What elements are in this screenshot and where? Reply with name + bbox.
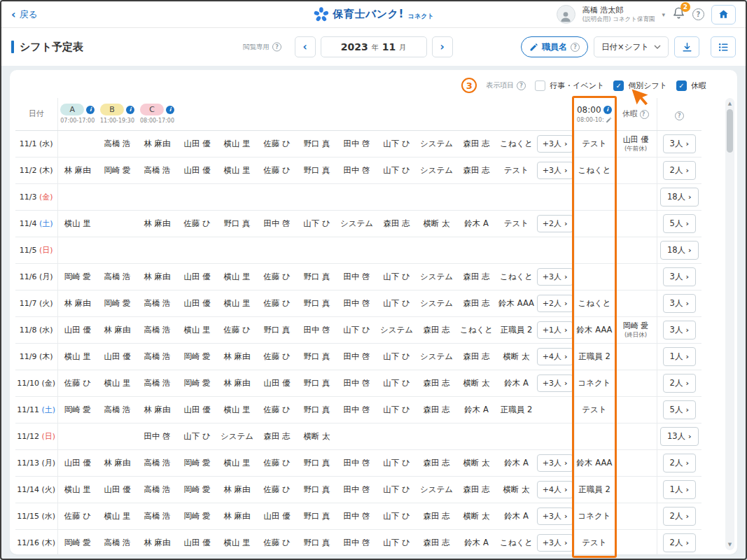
- shift-staff-cell[interactable]: 野口 真: [297, 157, 337, 183]
- more-staff-button[interactable]: +3人›: [537, 507, 573, 525]
- shift-staff-cell[interactable]: 正職員 2: [496, 396, 536, 423]
- shift-staff-cell[interactable]: 佐藤 ひ: [257, 130, 297, 157]
- shift-staff-cell[interactable]: テスト: [496, 210, 536, 237]
- individual-shift-cell[interactable]: 鈴木 AAA: [574, 449, 615, 476]
- shift-staff-cell[interactable]: 田中 啓: [137, 423, 177, 449]
- shift-staff-cell[interactable]: 田中 啓: [337, 503, 377, 529]
- shift-staff-cell[interactable]: 山下 ひ: [377, 343, 417, 370]
- shift-staff-cell[interactable]: 岡崎 愛: [57, 529, 97, 556]
- shift-staff-cell[interactable]: 森田 志: [417, 396, 456, 423]
- shift-staff-cell[interactable]: 佐藤 ひ: [257, 396, 297, 423]
- individual-shift-column-header[interactable]: 08:00 i 08:00-10:: [574, 98, 615, 130]
- shift-staff-cell[interactable]: 田中 啓: [337, 343, 377, 370]
- shift-staff-cell[interactable]: 野口 真: [297, 130, 337, 157]
- individual-shift-cell[interactable]: こねくと: [574, 290, 615, 316]
- shift-staff-cell[interactable]: 田中 啓: [337, 130, 377, 157]
- shift-staff-cell[interactable]: 岡崎 愛: [97, 290, 137, 316]
- more-staff-button[interactable]: +3人›: [537, 534, 573, 552]
- shift-staff-cell[interactable]: システム: [417, 263, 456, 290]
- shift-staff-cell[interactable]: 岡崎 愛: [97, 157, 137, 183]
- shift-staff-cell[interactable]: 山下 ひ: [377, 130, 417, 157]
- info-icon[interactable]: i: [166, 106, 174, 114]
- notifications-button[interactable]: 2: [672, 6, 685, 22]
- shift-staff-cell[interactable]: 山下 ひ: [377, 157, 417, 183]
- shift-staff-cell[interactable]: 山下 ひ: [337, 316, 377, 343]
- more-staff-button[interactable]: +3人›: [537, 268, 573, 286]
- help-icon[interactable]: ?: [517, 81, 526, 90]
- current-month-display[interactable]: 2023 年 11 月: [321, 36, 427, 57]
- back-button[interactable]: ‹ 戻る: [11, 8, 38, 21]
- shift-staff-cell[interactable]: 横断 太: [456, 449, 496, 476]
- day-detail-button[interactable]: 2人›: [663, 454, 696, 472]
- checkbox-holiday[interactable]: ✓ 休暇: [676, 80, 706, 91]
- shift-staff-cell[interactable]: 林 麻由: [137, 130, 177, 157]
- next-month-button[interactable]: ›: [432, 36, 453, 57]
- individual-shift-cell[interactable]: テスト: [574, 130, 615, 157]
- shift-staff-cell[interactable]: こねくと: [456, 316, 496, 343]
- help-icon[interactable]: ?: [272, 43, 281, 52]
- shift-staff-cell[interactable]: 佐藤 ひ: [57, 370, 97, 396]
- shift-staff-cell[interactable]: 森田 志: [417, 529, 456, 556]
- more-staff-button[interactable]: +3人›: [537, 162, 573, 179]
- shift-staff-cell[interactable]: 高橋 浩: [137, 503, 177, 529]
- holiday-cell[interactable]: 岡崎 愛(終日休): [615, 316, 657, 343]
- shift-staff-cell[interactable]: 鈴木 A: [456, 529, 496, 556]
- shift-staff-cell[interactable]: 高橋 浩: [137, 316, 177, 343]
- shift-staff-cell[interactable]: 林 麻由: [137, 529, 177, 556]
- shift-staff-cell[interactable]: 山田 優: [177, 130, 217, 157]
- shift-staff-cell[interactable]: 山田 優: [57, 449, 97, 476]
- more-staff-button[interactable]: +4人›: [537, 481, 573, 498]
- shift-staff-cell[interactable]: 山下 ひ: [377, 370, 417, 396]
- individual-shift-cell[interactable]: 鈴木 AAA: [574, 316, 615, 343]
- shift-staff-cell[interactable]: こねくと: [496, 263, 536, 290]
- shift-staff-cell[interactable]: 高橋 浩: [97, 130, 137, 157]
- shift-staff-cell[interactable]: 山田 優: [177, 529, 217, 556]
- shift-staff-cell[interactable]: システム: [417, 130, 456, 157]
- shift-staff-cell[interactable]: 田中 啓: [337, 529, 377, 556]
- shift-staff-cell[interactable]: 田中 啓: [337, 370, 377, 396]
- shift-staff-cell[interactable]: 山田 優: [257, 370, 297, 396]
- shift-staff-cell[interactable]: 佐藤 ひ: [257, 263, 297, 290]
- shift-staff-cell[interactable]: こねくと: [496, 130, 536, 157]
- individual-shift-cell[interactable]: テスト: [574, 529, 615, 556]
- shift-staff-cell[interactable]: 田中 啓: [337, 157, 377, 183]
- shift-staff-cell[interactable]: 高橋 浩: [97, 263, 137, 290]
- shift-staff-cell[interactable]: 森田 志: [456, 343, 496, 370]
- shift-staff-cell[interactable]: 鈴木 A: [496, 370, 536, 396]
- shift-staff-cell[interactable]: 森田 志: [417, 316, 456, 343]
- shift-staff-cell[interactable]: 横断 太: [456, 370, 496, 396]
- day-detail-button[interactable]: 2人›: [663, 374, 696, 393]
- shift-staff-cell[interactable]: 横山 里: [217, 529, 257, 556]
- help-icon[interactable]: ?: [675, 111, 684, 120]
- shift-staff-cell[interactable]: 横山 里: [57, 210, 97, 237]
- day-detail-button[interactable]: 18人›: [660, 241, 699, 260]
- shift-staff-cell[interactable]: 田中 啓: [337, 396, 377, 423]
- shift-staff-cell[interactable]: 林 麻由: [97, 316, 137, 343]
- shift-staff-cell[interactable]: 正職員 2: [496, 316, 536, 343]
- shift-staff-cell[interactable]: 鈴木 A: [456, 210, 496, 237]
- shift-staff-cell[interactable]: 山下 ひ: [177, 423, 217, 449]
- more-staff-button[interactable]: +2人›: [537, 215, 573, 232]
- shift-staff-cell[interactable]: 山田 優: [97, 343, 137, 370]
- day-detail-button[interactable]: 3人›: [663, 321, 696, 340]
- shift-staff-cell[interactable]: 佐藤 ひ: [257, 343, 297, 370]
- shift-staff-cell[interactable]: 野口 真: [257, 316, 297, 343]
- shift-staff-cell[interactable]: 岡崎 愛: [177, 476, 217, 503]
- shift-staff-cell[interactable]: 野口 真: [297, 529, 337, 556]
- day-detail-button[interactable]: 13人›: [660, 427, 699, 446]
- view-mode-dropdown[interactable]: 日付×シフト: [594, 36, 669, 57]
- day-detail-button[interactable]: 18人›: [660, 188, 699, 206]
- shift-staff-cell[interactable]: 岡崎 愛: [57, 263, 97, 290]
- shift-staff-cell[interactable]: 横断 太: [496, 476, 536, 503]
- shift-staff-cell[interactable]: 野口 真: [297, 396, 337, 423]
- shift-staff-cell[interactable]: 高橋 浩: [137, 343, 177, 370]
- info-icon[interactable]: i: [603, 106, 612, 114]
- shift-staff-cell[interactable]: 高橋 浩: [137, 157, 177, 183]
- day-detail-button[interactable]: 2人›: [663, 507, 696, 526]
- shift-staff-cell[interactable]: システム: [417, 290, 456, 316]
- scroll-up-button[interactable]: ▲: [725, 99, 734, 108]
- day-detail-button[interactable]: 3人›: [663, 134, 696, 153]
- more-staff-button[interactable]: +2人›: [537, 295, 573, 312]
- shift-staff-cell[interactable]: 横山 里: [217, 130, 257, 157]
- shift-staff-cell[interactable]: 高橋 浩: [97, 529, 137, 556]
